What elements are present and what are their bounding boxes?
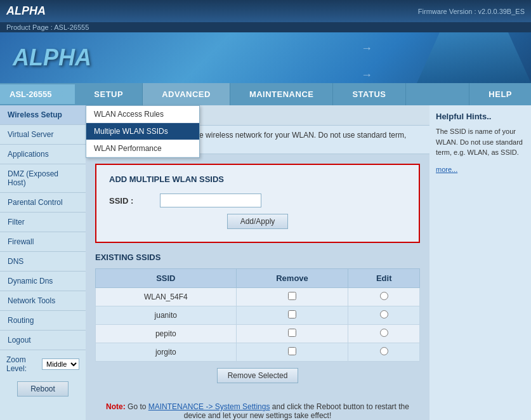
edit-radio-2[interactable]: [380, 329, 388, 337]
slash-divider: ///: [56, 89, 63, 99]
sidebar-item-logout[interactable]: Logout: [0, 331, 86, 350]
banner-logo: ALPHA: [13, 44, 91, 71]
banner-building: [417, 32, 531, 83]
banner: ALPHA →→: [0, 32, 531, 83]
remove-cell: [236, 306, 348, 325]
sidebar-item-wireless-setup[interactable]: Wireless Setup: [0, 105, 86, 125]
remove-cell: [236, 343, 348, 362]
tab-maintenance[interactable]: MAINTENANCE: [230, 83, 334, 105]
top-bar: ALPHA Firmware Version : v2.0.0.39B_ES: [0, 0, 531, 22]
remove-checkbox-3[interactable]: [288, 347, 296, 355]
help-more-link[interactable]: more...: [436, 166, 457, 173]
table-row: WLAN_54F4: [96, 288, 420, 306]
ssid-cell: juanito: [96, 306, 237, 325]
remove-checkbox-0[interactable]: [288, 292, 296, 300]
table-row: juanito: [96, 306, 420, 325]
edit-radio-0[interactable]: [380, 292, 388, 300]
product-bar: Product Page : ASL-26555: [0, 22, 531, 32]
banner-logo-text: ALPHA: [13, 44, 91, 70]
wlan-dropdown: WLAN Access Rules Multiple WLAN SSIDs WL…: [86, 105, 200, 158]
tab-help[interactable]: HELP: [469, 83, 531, 105]
content-main: Use this section to configure the wirele…: [86, 105, 429, 420]
existing-ssids-title: EXISTING SSIDS: [95, 253, 420, 262]
help-text: The SSID is name of your WLAN. Do not us…: [436, 126, 525, 158]
edit-radio-3[interactable]: [380, 347, 388, 355]
note-prefix: Note:: [106, 402, 126, 411]
table-row: pepito: [96, 325, 420, 343]
remove-checkbox-1[interactable]: [288, 310, 296, 318]
ssid-label: SSID :: [109, 196, 160, 206]
ssid-form-row: SSID :: [109, 194, 406, 207]
dropdown-item-wlan-performance[interactable]: WLAN Performance: [86, 140, 199, 157]
col-edit: Edit: [348, 269, 420, 288]
sidebar-item-firewall[interactable]: Firewall: [0, 232, 86, 252]
model-badge: ASL-26555 ///: [0, 84, 75, 104]
col-ssid: SSID: [96, 269, 237, 288]
ssid-input[interactable]: [160, 194, 261, 207]
edit-cell: [348, 306, 420, 325]
help-panel: Helpful Hints.. The SSID is name of your…: [429, 105, 531, 420]
sidebar-item-parental-control[interactable]: Parental Control: [0, 193, 86, 213]
remove-checkbox-2[interactable]: [288, 329, 296, 337]
add-apply-button[interactable]: Add/Apply: [227, 214, 289, 229]
remove-selected-button[interactable]: Remove Selected: [217, 368, 299, 383]
add-ssid-title: ADD MULTIPLE WLAN SSIDS: [109, 174, 406, 184]
main-layout: Wireless Setup Virtual Server Applicatio…: [0, 105, 531, 420]
col-remove: Remove: [236, 269, 348, 288]
add-ssid-box: ADD MULTIPLE WLAN SSIDS SSID : Add/Apply: [95, 164, 420, 243]
edit-radio-1[interactable]: [380, 310, 388, 318]
edit-cell: [348, 325, 420, 343]
banner-arrows: →→: [361, 42, 372, 82]
ssid-table: SSID Remove Edit WLAN_54F4 juanito: [95, 268, 420, 362]
edit-cell: [348, 288, 420, 306]
nav-tabs: ASL-26555 /// SETUP ADVANCED MAINTENANCE…: [0, 83, 531, 105]
ssid-cell: pepito: [96, 325, 237, 343]
zoom-control: Zoom Level: Middle Small Large: [0, 350, 86, 378]
sidebar-item-routing[interactable]: Routing: [0, 311, 86, 331]
remove-cell: [236, 288, 348, 306]
reboot-button[interactable]: Reboot: [17, 381, 69, 397]
firmware-version: Firmware Version : v2.0.0.39B_ES: [418, 8, 525, 15]
maintenance-link[interactable]: MAINTENANCE -> System Settings: [148, 402, 270, 411]
tab-advanced[interactable]: ADVANCED: [143, 83, 230, 105]
bottom-note: Note: Go to MAINTENANCE -> System Settin…: [86, 393, 429, 420]
sidebar-item-virtual-server[interactable]: Virtual Server: [0, 125, 86, 145]
ssid-cell: WLAN_54F4: [96, 288, 237, 306]
ssid-cell: jorgito: [96, 343, 237, 362]
help-title: Helpful Hints..: [436, 112, 525, 121]
table-row: jorgito: [96, 343, 420, 362]
tab-setup[interactable]: SETUP: [75, 83, 143, 105]
zoom-select[interactable]: Middle Small Large: [42, 358, 79, 370]
sidebar-item-network-tools[interactable]: Network Tools: [0, 291, 86, 311]
sidebar-item-dynamic-dns[interactable]: Dynamic Dns: [0, 272, 86, 291]
sidebar-item-dns[interactable]: DNS: [0, 252, 86, 272]
remove-cell: [236, 325, 348, 343]
content-right: Use this section to configure the wirele…: [86, 105, 531, 420]
zoom-label: Zoom Level:: [6, 355, 39, 373]
note-text: Go to: [128, 402, 148, 411]
edit-cell: [348, 343, 420, 362]
existing-ssids: EXISTING SSIDS SSID Remove Edit WLAN_54F…: [95, 253, 420, 383]
dropdown-item-multiple-wlan-ssids[interactable]: Multiple WLAN SSIDs: [86, 123, 199, 140]
model-text: ASL-26555: [10, 89, 51, 99]
product-label: Product Page : ASL-26555: [6, 23, 89, 31]
tab-status[interactable]: STATUS: [333, 83, 405, 105]
sidebar-item-filter[interactable]: Filter: [0, 213, 86, 232]
sidebar-item-applications[interactable]: Applications: [0, 145, 86, 164]
top-logo: ALPHA: [6, 4, 46, 18]
sidebar-item-dmz[interactable]: DMZ (Exposed Host): [0, 164, 86, 193]
sidebar: Wireless Setup Virtual Server Applicatio…: [0, 105, 86, 420]
dropdown-menu-area: Use this section to configure the wirele…: [86, 105, 429, 154]
dropdown-item-wlan-access-rules[interactable]: WLAN Access Rules: [86, 106, 199, 123]
